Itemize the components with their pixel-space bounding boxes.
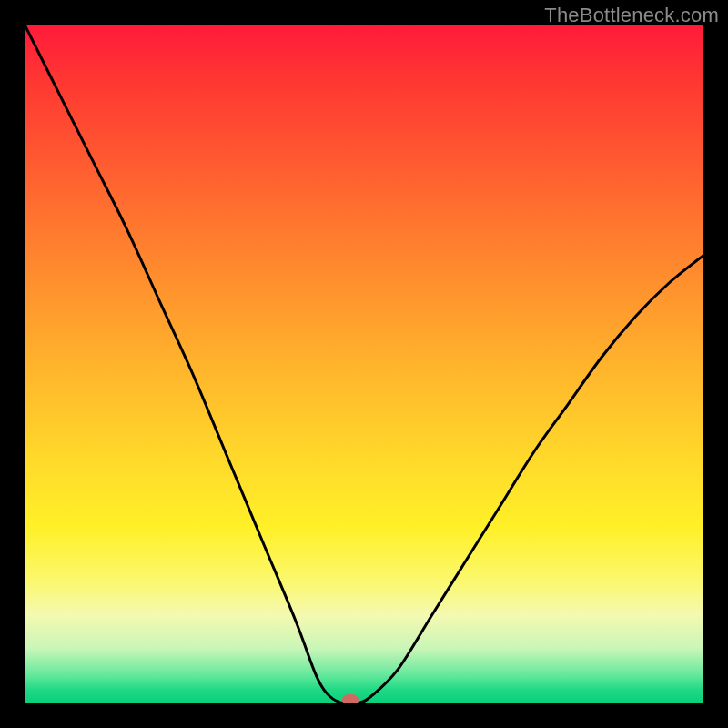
- chart-curve-svg: [25, 25, 703, 703]
- minimum-marker: [342, 694, 359, 703]
- bottleneck-curve-line: [25, 25, 703, 703]
- chart-plot-area: [25, 25, 703, 703]
- watermark-text: TheBottleneck.com: [544, 4, 719, 27]
- chart-frame: TheBottleneck.com: [0, 0, 728, 728]
